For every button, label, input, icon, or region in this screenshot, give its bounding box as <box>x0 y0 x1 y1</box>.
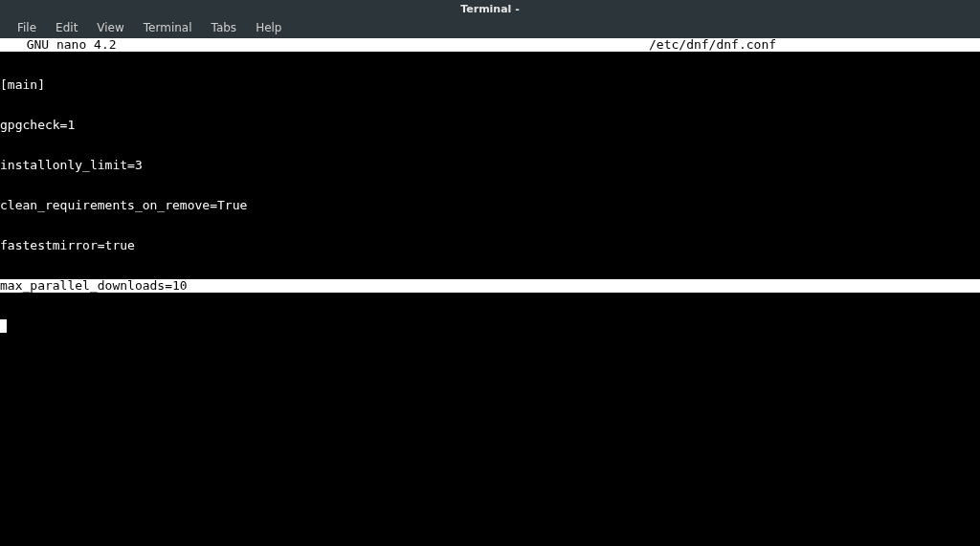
menu-edit[interactable]: Edit <box>46 19 87 36</box>
editor-line: [main] <box>0 78 980 92</box>
menu-bar: File Edit View Terminal Tabs Help <box>0 17 980 38</box>
editor-line-current: max_parallel_downloads=10 <box>0 279 980 293</box>
editor-line: clean_requirements_on_remove=True <box>0 199 980 212</box>
editor-line: fastestmirror=true <box>0 239 980 252</box>
nano-filename: /etc/dnf/dnf.conf <box>649 38 776 52</box>
editor-line: installonly_limit=3 <box>0 159 980 172</box>
nano-header: GNU nano 4.2 /etc/dnf/dnf.conf <box>0 38 980 52</box>
editor-body[interactable]: [main] gpgcheck=1 installonly_limit=3 cl… <box>0 52 980 360</box>
nano-app-label: GNU nano 4.2 <box>0 38 117 52</box>
window-title-bar: Terminal - <box>0 0 980 17</box>
menu-help[interactable]: Help <box>246 19 291 36</box>
editor-line: gpgcheck=1 <box>0 119 980 132</box>
editor-cursor-line <box>0 319 980 333</box>
window-title: Terminal - <box>460 3 520 15</box>
menu-tabs[interactable]: Tabs <box>202 19 247 36</box>
terminal-area[interactable]: GNU nano 4.2 /etc/dnf/dnf.conf [main] gp… <box>0 38 980 546</box>
menu-terminal[interactable]: Terminal <box>134 19 202 36</box>
menu-view[interactable]: View <box>87 19 133 36</box>
text-cursor <box>0 319 7 333</box>
menu-file[interactable]: File <box>8 19 46 36</box>
